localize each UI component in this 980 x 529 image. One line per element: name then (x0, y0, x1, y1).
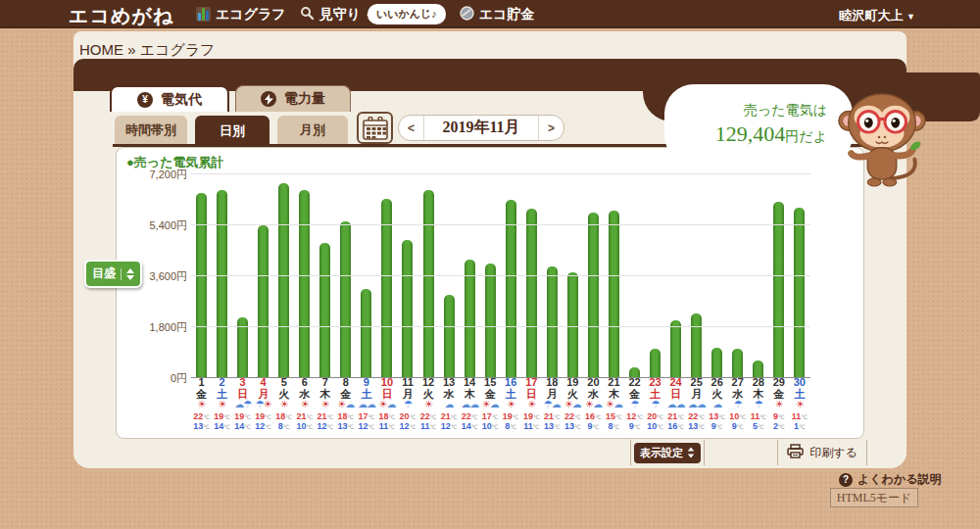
account-menu[interactable]: 睦沢町大上 ▼ (839, 7, 915, 24)
scale-toggle-button[interactable]: 目盛 (84, 260, 142, 288)
html5-mode-button[interactable]: HTML5モード (830, 488, 918, 507)
bar-day-21[interactable] (609, 211, 619, 377)
up-down-arrows-icon (121, 268, 134, 280)
day-number: 24 (669, 377, 681, 389)
day-number: 28 (753, 377, 764, 389)
yen-circle-icon: ¥ (137, 92, 153, 108)
bar-day-9[interactable] (361, 289, 371, 377)
coin-icon (460, 6, 474, 24)
bar-day-30[interactable] (794, 208, 805, 377)
print-button[interactable]: 印刷する (809, 445, 858, 461)
day-number: 29 (773, 377, 785, 389)
bar-day-18[interactable] (547, 266, 558, 377)
magnifier-icon (300, 6, 315, 24)
day-number: 26 (711, 377, 723, 389)
account-name: 睦沢町大上 (839, 8, 903, 23)
x-label-day-7: 7木☀21℃12℃ (315, 377, 335, 431)
bar-day-1[interactable] (196, 193, 207, 377)
prev-month-button[interactable]: < (399, 116, 424, 140)
bar-day-11[interactable] (402, 240, 413, 377)
x-label-day-9: 9土☁☁17℃12℃ (356, 377, 376, 431)
bar-day-27[interactable] (732, 349, 743, 377)
temp-low: 9℃ (629, 422, 641, 431)
help-label: よくわかる説明 (858, 471, 941, 488)
bar-day-29[interactable] (773, 202, 784, 377)
temp-low: 8℃ (505, 422, 516, 431)
day-number: 22 (628, 377, 640, 389)
x-label-day-21: 21木☀☁15℃8℃ (604, 377, 624, 431)
temp-low: 10℃ (482, 422, 499, 431)
gridline (191, 275, 810, 276)
temp-low: 11℃ (420, 422, 436, 431)
bar-day-17[interactable] (526, 209, 537, 377)
date-navigator: < 2019年11月 > (398, 115, 564, 141)
tab-denryokuryo[interactable]: 電力量 (235, 85, 351, 112)
day-number: 9 (364, 377, 369, 389)
breadcrumb-home-link[interactable]: HOME (79, 41, 123, 58)
nav-mimamori[interactable]: 見守り いいかんじ♪ (300, 4, 446, 24)
bar-day-2[interactable] (217, 190, 227, 377)
temp-low: 14℃ (214, 422, 230, 431)
sold-electricity-amount: 129,404 (715, 121, 786, 146)
x-label-day-28: 28木☂11℃5℃ (748, 377, 768, 431)
x-label-day-5: 5火☀18℃8℃ (273, 377, 294, 431)
nav-eco-chokin-label: エコ貯金 (479, 6, 535, 24)
bar-day-10[interactable] (381, 199, 392, 377)
bar-day-13[interactable] (444, 295, 455, 377)
bar-day-16[interactable] (506, 200, 516, 377)
gridline (191, 326, 810, 327)
bar-day-24[interactable] (670, 320, 681, 377)
day-number: 23 (649, 377, 661, 389)
nav-eco-chokin[interactable]: エコ貯金 (460, 6, 535, 24)
bar-day-23[interactable] (650, 349, 661, 377)
calendar-button[interactable] (357, 112, 393, 144)
temp-low: 11℃ (523, 422, 539, 431)
next-month-button[interactable]: > (538, 116, 564, 140)
x-label-day-27: 27水☂10℃9℃ (727, 377, 748, 431)
bar-day-6[interactable] (299, 190, 310, 377)
x-label-day-2: 2土☀19℃14℃ (212, 377, 232, 431)
day-number: 2 (220, 377, 225, 389)
tab-tsuki-betsu[interactable]: 月別 (277, 116, 348, 144)
tab-denkidai[interactable]: ¥ 電気代 (110, 85, 229, 112)
bar-day-8[interactable] (340, 221, 351, 377)
x-label-day-19: 19火☀☁22℃13℃ (563, 377, 583, 431)
x-label-day-15: 15金☀☁17℃10℃ (480, 377, 501, 431)
temp-low: 2℃ (773, 422, 785, 431)
x-label-day-6: 6水☀21℃10℃ (294, 377, 315, 431)
day-number: 30 (794, 377, 806, 389)
bubble-line2: 129,404円だよ (715, 121, 827, 147)
x-label-day-1: 1金☀22℃13℃ (191, 377, 212, 431)
day-number: 6 (302, 377, 308, 389)
display-settings-cell: 表示設定 (630, 440, 704, 465)
app-logo[interactable]: エコめがね (69, 3, 173, 29)
bar-day-25[interactable] (691, 313, 702, 377)
help-link[interactable]: ? よくわかる説明 (839, 471, 941, 488)
y-axis-tick-label: 1,800円 (119, 320, 187, 335)
gridline (191, 173, 810, 174)
bar-day-5[interactable] (278, 183, 289, 377)
top-nav: エコグラフ 見守り いいかんじ♪ エコ貯金 (196, 0, 534, 28)
bar-day-15[interactable] (485, 264, 496, 377)
bar-day-12[interactable] (423, 190, 434, 377)
day-number: 12 (422, 377, 434, 389)
bar-day-28[interactable] (753, 361, 763, 377)
bar-day-19[interactable] (567, 272, 578, 377)
x-label-day-26: 26火☁13℃9℃ (707, 377, 727, 431)
bar-day-20[interactable] (588, 213, 599, 377)
bar-day-4[interactable] (258, 225, 269, 377)
day-number: 18 (546, 377, 558, 389)
x-label-day-25: 25月☁☁22℃13℃ (686, 377, 707, 431)
bar-day-26[interactable] (711, 348, 722, 377)
tab-nichi-betsu[interactable]: 日別 (195, 116, 270, 147)
temp-low: 10℃ (296, 422, 313, 431)
x-axis-labels: 1金☀22℃13℃2土☀19℃14℃3日☁☂19℃14℃4月☂☀19℃12℃5火… (191, 377, 810, 431)
x-label-day-11: 11月☂20℃12℃ (397, 377, 417, 431)
tab-jikantai-betsu[interactable]: 時間帯別 (115, 116, 187, 144)
bar-day-7[interactable] (319, 243, 330, 377)
nav-eco-graph[interactable]: エコグラフ (196, 6, 286, 24)
current-month-label: 2019年11月 (424, 116, 538, 140)
bar-day-14[interactable] (465, 260, 475, 377)
bolt-circle-icon (261, 91, 276, 107)
display-settings-button[interactable]: 表示設定 (634, 443, 701, 463)
